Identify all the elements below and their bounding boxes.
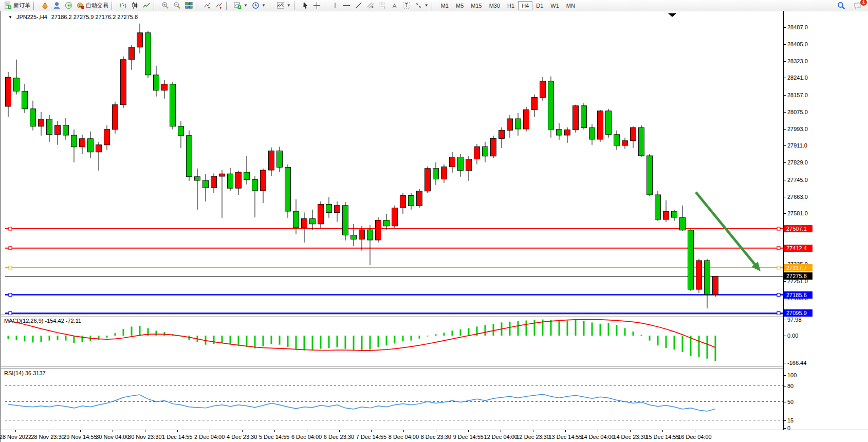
candle-up xyxy=(121,60,126,105)
line-handle[interactable] xyxy=(9,266,12,269)
timeframe-button-d1[interactable]: D1 xyxy=(532,1,547,10)
candle-down xyxy=(483,146,488,156)
timeframe-button-m15[interactable]: M15 xyxy=(467,1,485,10)
macd-canvas[interactable] xyxy=(5,317,783,366)
community-button[interactable] xyxy=(51,1,63,11)
date-tick-mark xyxy=(695,430,695,432)
candle-down xyxy=(71,135,77,147)
date-axis[interactable]: 28 Nov 202228 Nov 23:3029 Nov 14:5530 No… xyxy=(1,430,868,442)
line-handle[interactable] xyxy=(9,293,12,297)
macd-tick-mark xyxy=(784,363,786,363)
cursor-icon xyxy=(302,2,309,9)
candle-up xyxy=(631,127,636,141)
candle-up xyxy=(137,33,143,47)
timeframe-button-w1[interactable]: W1 xyxy=(547,1,563,10)
new-chart-button[interactable]: ▼ xyxy=(232,1,250,11)
chart-shift-marker[interactable] xyxy=(668,13,676,17)
date-tick-mark xyxy=(662,430,663,432)
tile-windows-button[interactable] xyxy=(183,1,195,11)
bar-chart-button[interactable] xyxy=(117,1,129,11)
rsi-tick-mark xyxy=(784,402,786,402)
gold-tool-icon xyxy=(41,2,49,9)
candle-down xyxy=(244,172,250,179)
candle-down xyxy=(688,230,694,289)
search-icon xyxy=(837,2,845,10)
channel-button[interactable]: E xyxy=(364,1,377,11)
vertical-line-icon xyxy=(332,2,338,9)
clock-icon xyxy=(252,2,260,9)
notifications-button[interactable]: 1 xyxy=(852,1,864,11)
candle-down xyxy=(22,91,28,108)
trend-arrow[interactable] xyxy=(696,192,758,267)
timeframe-button-m30[interactable]: M30 xyxy=(486,1,504,10)
candle-up xyxy=(55,125,61,135)
new-order-button[interactable]: 新订单 xyxy=(2,1,32,11)
candle-up xyxy=(80,139,85,147)
candle-up xyxy=(713,276,718,294)
candle-up xyxy=(129,47,135,60)
candle-up xyxy=(96,145,102,152)
auto-trading-button[interactable]: 自动交易 xyxy=(75,1,110,11)
rsi-tick-mark xyxy=(784,386,786,386)
macd-tick-label: -166.44 xyxy=(787,360,806,366)
timeframe-button-h1[interactable]: H1 xyxy=(504,1,518,10)
label-button[interactable]: T xyxy=(400,1,413,11)
vertical-line-button[interactable] xyxy=(329,1,341,11)
fibonacci-button[interactable]: F xyxy=(377,1,389,11)
candle-up xyxy=(6,77,11,106)
timeframe-button-m1[interactable]: M1 xyxy=(437,1,452,10)
svg-text:T: T xyxy=(404,3,408,8)
date-tick-mark xyxy=(371,430,372,432)
periodicity-button[interactable]: ▼ xyxy=(250,1,268,11)
toolbar-separator xyxy=(154,2,157,10)
crosshair-button[interactable] xyxy=(311,1,323,11)
arrows-button[interactable]: ▼ xyxy=(413,1,431,11)
signals-button[interactable] xyxy=(63,1,75,11)
date-tick-label: 16 Dec 04:00 xyxy=(672,434,718,440)
candle-down xyxy=(409,196,414,206)
candle-down xyxy=(63,125,69,135)
timeframe-button-mn[interactable]: MN xyxy=(563,1,579,10)
auto-trading-label: 自动交易 xyxy=(86,2,108,9)
trendline-icon xyxy=(355,2,362,9)
zoom-in-button[interactable] xyxy=(159,1,171,11)
line-handle[interactable] xyxy=(777,227,780,230)
timeframe-button-m5[interactable]: M5 xyxy=(452,1,467,10)
cursor-button[interactable] xyxy=(300,1,311,11)
candle-down xyxy=(581,106,587,128)
candle-down xyxy=(672,211,677,217)
indicators-button[interactable]: ▼ xyxy=(274,1,293,11)
trendline-button[interactable] xyxy=(353,1,364,11)
line-handle[interactable] xyxy=(777,247,780,250)
gold-tool-button[interactable] xyxy=(39,1,51,11)
auto-scroll-button[interactable] xyxy=(201,1,213,11)
text-button[interactable]: A xyxy=(389,1,400,11)
zoom-in-icon xyxy=(161,2,169,9)
line-handle[interactable] xyxy=(9,227,12,230)
candle-up xyxy=(162,84,168,90)
price-chart-canvas[interactable] xyxy=(5,11,783,316)
chart-shift-button[interactable] xyxy=(213,1,225,11)
pane-splitter[interactable] xyxy=(1,366,868,369)
candle-down xyxy=(639,127,644,156)
candle-down xyxy=(367,230,373,240)
signals-icon xyxy=(65,2,72,9)
horizontal-line-button[interactable] xyxy=(341,1,353,11)
zoom-out-button[interactable] xyxy=(171,1,183,11)
rsi-canvas[interactable] xyxy=(5,369,783,430)
search-button[interactable] xyxy=(835,1,847,11)
timeframe-button-h4[interactable]: H4 xyxy=(518,1,532,10)
price-axis[interactable]: 28487.028405.028323.028241.028157.028075… xyxy=(783,11,868,430)
line-handle[interactable] xyxy=(777,293,780,297)
date-tick-mark xyxy=(177,430,178,432)
line-handle[interactable] xyxy=(777,266,780,269)
candle-up xyxy=(219,174,225,176)
line-handle[interactable] xyxy=(9,247,12,250)
date-tick-mark xyxy=(501,430,501,432)
line-chart-button[interactable] xyxy=(141,1,153,11)
candle-down xyxy=(30,109,36,126)
toolbar-separator xyxy=(269,2,272,10)
candle-up xyxy=(211,176,217,188)
price-tick-label: 28157.0 xyxy=(787,92,808,98)
candlestick-chart-button[interactable] xyxy=(129,1,141,11)
